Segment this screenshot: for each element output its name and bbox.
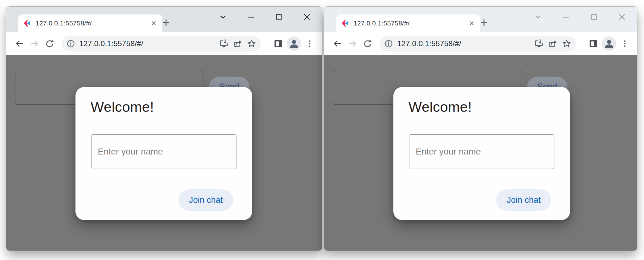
window-caption-controls [524, 8, 636, 26]
tab-close-icon[interactable] [148, 18, 159, 29]
profile-avatar-icon[interactable] [601, 36, 617, 51]
bookmark-star-icon[interactable] [245, 37, 258, 51]
install-app-icon[interactable] [217, 37, 231, 51]
minimize-button[interactable] [552, 8, 580, 26]
share-icon[interactable] [546, 37, 560, 51]
reload-button[interactable] [360, 36, 375, 51]
page-content: Send Welcome! Join chat [6, 55, 322, 251]
join-chat-button[interactable]: Join chat [178, 189, 233, 211]
browser-tab[interactable]: 127.0.0.1:55758/#/ [336, 14, 480, 32]
tab-close-icon[interactable] [466, 18, 477, 29]
tab-strip: 127.0.0.1:55758/#/ [6, 7, 322, 32]
site-info-icon[interactable] [384, 39, 393, 48]
site-info-icon[interactable] [66, 39, 75, 48]
screenshot-stage: 127.0.0.1:55758/#/ [0, 0, 644, 260]
forward-button[interactable] [345, 36, 360, 51]
side-panel-icon[interactable] [586, 36, 601, 51]
tab-title: 127.0.0.1:55758/#/ [353, 19, 466, 27]
welcome-dialog: Welcome! Join chat [393, 87, 570, 220]
join-chat-label: Join chat [507, 195, 541, 205]
tab-search-chevron-icon[interactable] [209, 8, 237, 26]
flet-favicon-icon [341, 19, 349, 27]
side-panel-icon[interactable] [270, 36, 286, 51]
name-input[interactable] [409, 134, 554, 169]
new-tab-button[interactable] [159, 16, 173, 30]
join-chat-label: Join chat [189, 195, 223, 205]
flet-favicon-icon [23, 19, 31, 27]
address-bar[interactable]: 127.0.0.1:55758/#/ [62, 36, 261, 51]
minimize-button[interactable] [237, 8, 265, 26]
menu-dots-icon[interactable] [302, 36, 318, 51]
address-bar[interactable]: 127.0.0.1:55758/#/ [380, 36, 576, 51]
back-button[interactable] [330, 36, 345, 51]
tab-title: 127.0.0.1:55758/#/ [36, 19, 148, 27]
browser-window-left: 127.0.0.1:55758/#/ [6, 7, 322, 251]
maximize-button[interactable] [265, 8, 293, 26]
join-chat-button[interactable]: Join chat [496, 189, 551, 211]
dialog-title: Welcome! [408, 99, 472, 115]
window-caption-controls [209, 8, 321, 26]
name-input[interactable] [91, 134, 236, 169]
tab-strip: 127.0.0.1:55758/#/ [324, 7, 637, 32]
forward-button[interactable] [27, 36, 42, 51]
browser-window-right: 127.0.0.1:55758/#/ [324, 7, 637, 251]
browser-tab[interactable]: 127.0.0.1:55758/#/ [18, 14, 162, 32]
page-content: Send Welcome! Join chat [324, 55, 637, 251]
menu-dots-icon[interactable] [617, 36, 633, 51]
browser-toolbar: 127.0.0.1:55758/#/ [6, 32, 322, 55]
new-tab-button[interactable] [477, 16, 491, 30]
close-window-button[interactable] [608, 8, 636, 26]
url-text: 127.0.0.1:55758/#/ [397, 39, 532, 48]
close-window-button[interactable] [293, 8, 321, 26]
install-app-icon[interactable] [532, 37, 546, 51]
maximize-button[interactable] [580, 8, 608, 26]
welcome-dialog: Welcome! Join chat [75, 87, 252, 220]
tab-search-chevron-icon[interactable] [524, 8, 552, 26]
reload-button[interactable] [42, 36, 57, 51]
back-button[interactable] [12, 36, 27, 51]
share-icon[interactable] [231, 37, 245, 51]
url-text: 127.0.0.1:55758/#/ [79, 39, 217, 48]
profile-avatar-icon[interactable] [286, 36, 302, 51]
dialog-title: Welcome! [91, 99, 154, 115]
bookmark-star-icon[interactable] [560, 37, 574, 51]
browser-toolbar: 127.0.0.1:55758/#/ [324, 32, 637, 55]
